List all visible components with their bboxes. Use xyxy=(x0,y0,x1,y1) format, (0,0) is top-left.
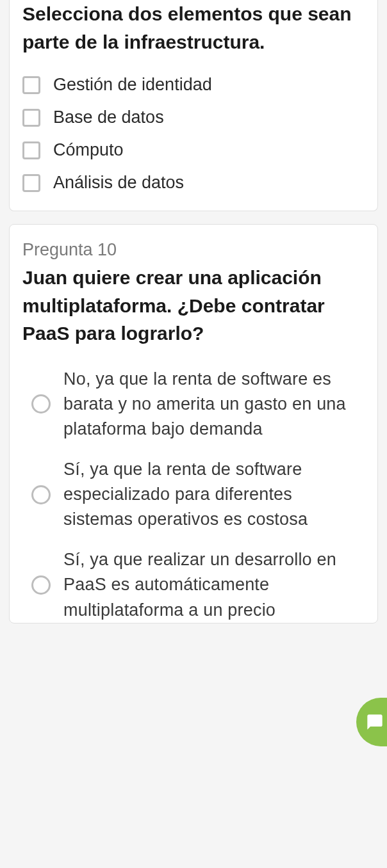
checkbox-list: Gestión de identidad Base de datos Cómpu… xyxy=(22,75,365,193)
radio-label: Sí, ya que la renta de software especial… xyxy=(63,457,365,532)
checkbox-option-1[interactable]: Base de datos xyxy=(22,108,365,127)
checkbox-option-2[interactable]: Cómputo xyxy=(22,140,365,160)
checkbox-icon xyxy=(22,174,40,192)
radio-label: No, ya que la renta de software es barat… xyxy=(63,367,365,442)
radio-icon xyxy=(31,485,51,504)
question-card-9: Selecciona dos elementos que sean parte … xyxy=(9,0,378,211)
radio-icon xyxy=(31,394,51,414)
radio-label: Sí, ya que realizar un desarrollo en Paa… xyxy=(63,547,365,622)
checkbox-label: Cómputo xyxy=(53,140,124,160)
checkbox-icon xyxy=(22,141,40,159)
radio-icon xyxy=(31,575,51,595)
question-card-10: Pregunta 10 Juan quiere crear una aplica… xyxy=(9,224,378,623)
checkbox-option-3[interactable]: Análisis de datos xyxy=(22,173,365,193)
checkbox-icon xyxy=(22,109,40,127)
radio-option-0[interactable]: No, ya que la renta de software es barat… xyxy=(22,367,365,442)
radio-option-2[interactable]: Sí, ya que realizar un desarrollo en Paa… xyxy=(22,547,365,622)
help-fab-button[interactable] xyxy=(356,698,387,746)
question-9-text: Selecciona dos elementos que sean parte … xyxy=(22,0,365,56)
chat-icon xyxy=(366,713,384,731)
radio-list: No, ya que la renta de software es barat… xyxy=(22,367,365,623)
checkbox-label: Gestión de identidad xyxy=(53,75,212,95)
question-10-text: Juan quiere crear una aplicación multipl… xyxy=(22,264,365,348)
checkbox-label: Análisis de datos xyxy=(53,173,184,193)
checkbox-icon xyxy=(22,76,40,94)
checkbox-option-0[interactable]: Gestión de identidad xyxy=(22,75,365,95)
checkbox-label: Base de datos xyxy=(53,108,164,127)
radio-option-1[interactable]: Sí, ya que la renta de software especial… xyxy=(22,457,365,532)
question-10-label: Pregunta 10 xyxy=(22,240,365,260)
